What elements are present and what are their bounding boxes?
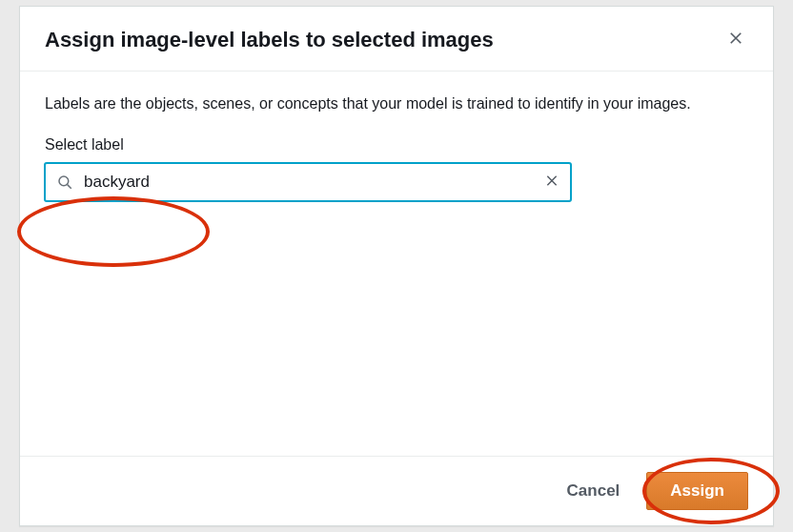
cancel-button[interactable]: Cancel [561,474,626,508]
assign-button[interactable]: Assign [646,472,748,510]
modal-header: Assign image-level labels to selected im… [20,7,773,72]
modal-description: Labels are the objects, scenes, or conce… [45,92,748,115]
label-search-input[interactable] [45,163,571,201]
clear-icon [544,174,559,192]
close-button[interactable] [723,26,748,53]
select-label-text: Select label [45,136,748,153]
assign-labels-modal: Assign image-level labels to selected im… [19,6,774,526]
label-search-wrap [45,163,571,201]
modal-title: Assign image-level labels to selected im… [45,28,494,52]
clear-search-button[interactable] [540,170,563,195]
modal-body: Labels are the objects, scenes, or conce… [20,72,773,456]
close-icon [727,30,744,50]
modal-footer: Cancel Assign [20,456,773,525]
